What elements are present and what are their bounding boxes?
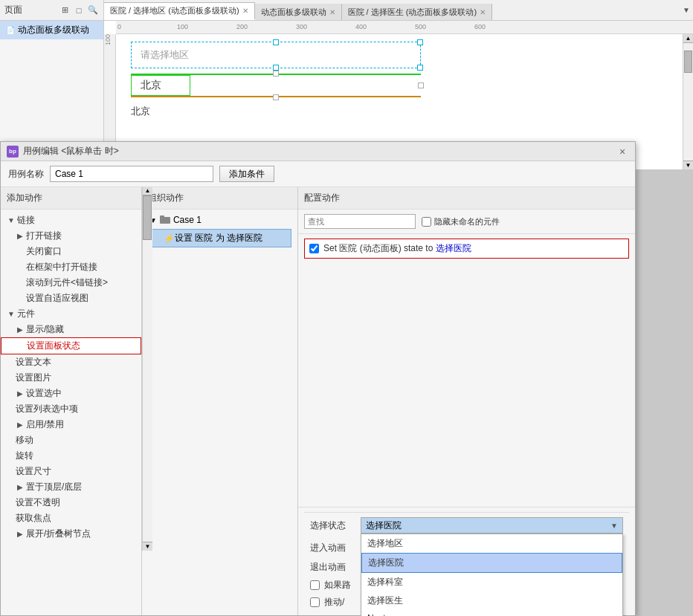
case-name-input[interactable] (50, 166, 213, 182)
page-panel-header: 页面 ⊞ □ 🔍 (0, 0, 104, 20)
tab-select-area[interactable]: 医院 / 选择地区 (动态面板多级联动) ✕ (104, 2, 255, 20)
case-header[interactable]: ▼ Case 1 (145, 213, 294, 227)
tab-more-btn[interactable]: ▼ (680, 0, 693, 20)
tab-dynamic-panel[interactable]: 动态面板多级联动 ✕ (255, 4, 342, 20)
canvas-select-area: 请选择地区 (131, 42, 421, 68)
dialog-toolbar: 用例名称 添加条件 (1, 161, 635, 187)
tree-arrow-link: ▼ (7, 216, 16, 225)
state-dropdown-menu: 选择地区 选择医院 选择科室 选择医生 (361, 534, 623, 616)
tab-select-doctor-close[interactable]: ✕ (480, 8, 486, 16)
check2-label: 推动/ (324, 596, 344, 609)
tree-item-open-frame[interactable]: 在框架中打开链接 (1, 259, 141, 275)
dropdown-option-select-dept[interactable]: 选择科室 (361, 573, 622, 591)
scroll-up-btn[interactable]: ▲ (683, 34, 693, 43)
tree-item-open-link[interactable]: ▶ 打开链接 (1, 228, 141, 244)
tree-item-panel-state[interactable]: 设置面板状态 (1, 337, 141, 354)
tree-item-set-selected[interactable]: ▶ 设置选中 (1, 386, 141, 401)
scroll-thumb[interactable] (684, 51, 692, 73)
tree-item-rotate[interactable]: 旋转 (1, 448, 141, 464)
dialog-columns: 添加动作 ▼ 链接 ▶ 打开链接 关闭窗口 (1, 187, 635, 615)
add-scroll-thumb[interactable] (143, 195, 152, 240)
use-case-dialog: bp 用例编辑 <鼠标单击 时> × 用例名称 添加条件 添加动作 ▼ (0, 141, 636, 616)
tree-arrow-frame (16, 263, 25, 272)
hide-unnamed-text: 隐藏未命名的元件 (434, 216, 500, 227)
ruler-600: 600 (474, 23, 486, 30)
config-item-prefix: Set 医院 (动态面板) state to (323, 243, 436, 253)
tree-item-image-label: 设置图片 (16, 372, 51, 384)
case-action-item[interactable]: ⚡ 设置 医院 为 选择医院 (148, 229, 291, 247)
add-scroll-up[interactable]: ▲ (143, 187, 152, 195)
ruler-300: 300 (296, 23, 307, 30)
dropdown-option-select-area-label: 选择地区 (367, 538, 403, 548)
page-panel-title: 页面 (4, 4, 22, 16)
tree-item-set-list[interactable]: 设置列表选中项 (1, 401, 141, 417)
check1[interactable] (310, 580, 320, 590)
tree-item-showhide-label: 显示/隐藏 (26, 323, 64, 336)
tree-item-set-image[interactable]: 设置图片 (1, 370, 141, 386)
panel-add-header: 添加动作 (1, 187, 141, 210)
resize-handle-br[interactable] (417, 65, 423, 71)
tree-item-focus-label: 获取焦点 (16, 512, 51, 525)
case-action-label: 设置 医院 为 选择医院 (175, 232, 262, 244)
dialog-close-btn[interactable]: × (616, 145, 629, 158)
tree-arrow-close (16, 247, 25, 256)
tree-item-scroll-label: 滚动到元件<锚链接> (26, 276, 108, 289)
tree-item-focus[interactable]: 获取焦点 (1, 510, 141, 526)
resize-handle-bot[interactable] (273, 65, 279, 71)
add-scroll-down[interactable]: ▼ (143, 542, 152, 551)
dropdown-option-select-doctor[interactable]: 选择医生 (361, 591, 622, 610)
panel-org-header: 组织动作 (142, 187, 297, 210)
dialog-app-icon: bp (7, 146, 19, 158)
tab-dynamic-panel-close[interactable]: ✕ (329, 8, 335, 16)
search-page-icon[interactable]: 🔍 (87, 4, 99, 16)
tree-group-element[interactable]: ▼ 元件 (1, 306, 141, 322)
tree-item-close-window[interactable]: 关闭窗口 (1, 244, 141, 259)
panel-org-content: ▼ Case 1 ⚡ 设置 医院 为 选择医院 (142, 210, 297, 615)
tree-group-link[interactable]: ▼ 链接 (1, 213, 141, 228)
tree-item-scroll[interactable]: 滚动到元件<锚链接> (1, 275, 141, 291)
config-set-item[interactable]: Set 医院 (动态面板) state to 选择医院 (304, 239, 629, 259)
new-page-icon[interactable]: □ (73, 4, 85, 16)
tree-item-frame-label: 在框架中打开链接 (26, 261, 97, 273)
config-list-area: Set 医院 (动态面板) state to 选择医院 (298, 234, 635, 507)
add-condition-btn[interactable]: 添加条件 (219, 166, 274, 182)
check2[interactable] (310, 597, 320, 607)
tree-item-set-text[interactable]: 设置文本 (1, 354, 141, 370)
tree-item-layer[interactable]: ▶ 置于顶层/底层 (1, 479, 141, 495)
resize-handle-top[interactable] (273, 39, 279, 45)
resize-handle-tr[interactable] (417, 39, 423, 45)
panel-add-actions: 添加动作 ▼ 链接 ▶ 打开链接 关闭窗口 (1, 187, 142, 615)
tab-select-doctor[interactable]: 医院 / 选择医生 (动态面板多级联动) ✕ (342, 4, 493, 20)
dropdown-option-select-area[interactable]: 选择地区 (361, 534, 622, 553)
tree-item-move[interactable]: 移动 (1, 432, 141, 448)
hide-unnamed-checkbox[interactable] (422, 217, 431, 227)
dialog-title: 用例编辑 <鼠标单击 时> (23, 145, 616, 158)
resize-handle-mid-bot[interactable] (273, 94, 279, 100)
tab-select-doctor-label: 医院 / 选择医生 (动态面板多级联动) (348, 7, 477, 18)
tree-item-tree-node[interactable]: ▶ 展开/折叠树节点 (1, 526, 141, 542)
panel-config-actions: 配置动作 隐藏未命名的元件 Se (298, 187, 635, 615)
tree-item-set-size[interactable]: 设置尺寸 (1, 464, 141, 479)
config-item-checkbox[interactable] (309, 244, 319, 253)
dropdown-option-next[interactable]: Next (361, 610, 622, 616)
add-page-icon[interactable]: ⊞ (59, 4, 71, 16)
svg-rect-1 (160, 215, 164, 218)
ruler-horizontal: 0 100 200 300 400 500 600 (116, 21, 693, 34)
hide-unnamed-label: 隐藏未命名的元件 (422, 216, 500, 227)
ruler-100: 100 (177, 23, 188, 30)
state-dropdown-selected[interactable]: 选择医院 ▼ (361, 517, 623, 534)
tree-item-adaptive[interactable]: 设置自适应视图 (1, 291, 141, 306)
resize-handle-mid-right[interactable] (418, 82, 424, 88)
canvas-beijing-label: 北京 (131, 105, 150, 118)
tab-dynamic-panel-label: 动态面板多级联动 (261, 7, 326, 18)
config-search-input[interactable] (304, 214, 416, 229)
dropdown-option-select-dept-label: 选择科室 (367, 577, 403, 587)
tab-select-area-close[interactable]: ✕ (242, 7, 248, 15)
resize-handle-mid-top[interactable] (273, 71, 279, 77)
tree-item-enable-disable[interactable]: ▶ 启用/禁用 (1, 417, 141, 432)
tree-arrow-element: ▼ (7, 310, 16, 319)
tree-item-show-hide[interactable]: ▶ 显示/隐藏 (1, 322, 141, 337)
dropdown-option-select-hospital[interactable]: 选择医院 (361, 553, 622, 573)
page-item-dynamic-panel[interactable]: 📄 动态面板多级联动 (0, 21, 103, 39)
tree-item-opacity[interactable]: 设置不透明 (1, 495, 141, 510)
